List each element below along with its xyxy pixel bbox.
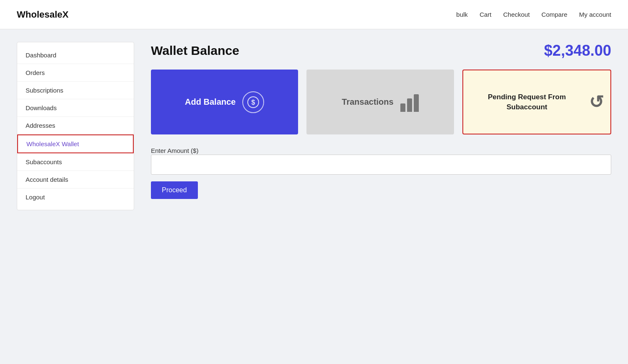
pending-label: Pending Request From Subaccount bbox=[470, 92, 584, 112]
dollar-icon: $ bbox=[242, 91, 264, 113]
sidebar-dashboard[interactable]: Dashboard bbox=[17, 46, 134, 64]
transactions-label: Transactions bbox=[342, 97, 393, 107]
sidebar-downloads[interactable]: Downloads bbox=[17, 99, 134, 117]
sidebar-addresses[interactable]: Addresses bbox=[17, 117, 134, 134]
sidebar-subaccounts[interactable]: Subaccounts bbox=[17, 153, 134, 171]
nav-compare[interactable]: Compare bbox=[542, 11, 568, 18]
wallet-header: Wallet Balance $2,348.00 bbox=[151, 42, 611, 59]
add-balance-label: Add Balance bbox=[185, 97, 236, 107]
header: WholesaleX bulk Cart Checkout Compare My… bbox=[0, 0, 628, 29]
pending-card[interactable]: Pending Request From Subaccount ↺ bbox=[462, 70, 611, 134]
site-logo: WholesaleX bbox=[17, 9, 68, 20]
pending-card-content: Pending Request From Subaccount ↺ bbox=[463, 85, 610, 119]
amount-label: Enter Amount ($) bbox=[151, 147, 198, 154]
refresh-icon: ↺ bbox=[589, 92, 604, 112]
cards-row: Add Balance $ Transactions bbox=[151, 70, 611, 134]
add-balance-card[interactable]: Add Balance $ bbox=[151, 70, 298, 134]
sidebar-subscriptions[interactable]: Subscriptions bbox=[17, 82, 134, 99]
nav-cart[interactable]: Cart bbox=[480, 11, 491, 18]
page-wrapper: Dashboard Orders Subscriptions Downloads… bbox=[0, 29, 628, 223]
amount-input[interactable] bbox=[151, 155, 611, 175]
nav-checkout[interactable]: Checkout bbox=[503, 11, 529, 18]
amount-form: Enter Amount ($) Proceed bbox=[151, 147, 611, 199]
sidebar-logout[interactable]: Logout bbox=[17, 188, 134, 206]
sidebar-wallet[interactable]: WholesaleX Wallet bbox=[17, 134, 134, 153]
nav-my-account[interactable]: My account bbox=[579, 11, 611, 18]
sidebar-orders[interactable]: Orders bbox=[17, 64, 134, 82]
sidebar: Dashboard Orders Subscriptions Downloads… bbox=[17, 42, 134, 210]
wallet-balance: $2,348.00 bbox=[544, 42, 611, 59]
main-content: Wallet Balance $2,348.00 Add Balance $ T… bbox=[151, 42, 611, 210]
sidebar-account-details[interactable]: Account details bbox=[17, 171, 134, 188]
transactions-card[interactable]: Transactions bbox=[306, 70, 454, 134]
proceed-button[interactable]: Proceed bbox=[151, 181, 198, 199]
wallet-title: Wallet Balance bbox=[151, 44, 239, 58]
nav-bulk[interactable]: bulk bbox=[456, 11, 468, 18]
header-nav: bulk Cart Checkout Compare My account bbox=[456, 11, 611, 18]
bar-chart-icon bbox=[400, 93, 419, 112]
svg-text:$: $ bbox=[252, 99, 255, 106]
